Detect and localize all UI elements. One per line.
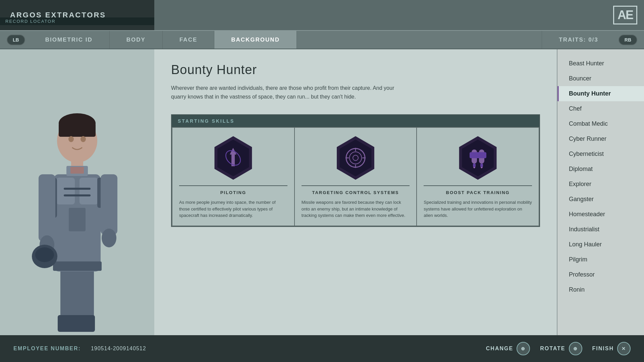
svg-point-31: [353, 155, 358, 161]
list-item[interactable]: Gangster: [557, 192, 644, 207]
skill-divider-2: [302, 185, 410, 186]
svg-rect-3: [73, 315, 95, 332]
finish-action[interactable]: FINISH ✕: [592, 342, 631, 355]
targeting-svg: [344, 146, 367, 170]
app-title-block: ARGOS EXTRACTORS: [0, 0, 154, 30]
rotate-label: ROTATE: [540, 346, 565, 352]
bottom-bar: EMPLOYEE NUMBER: 190514-2009140512 CHANG…: [0, 335, 644, 362]
svg-rect-10: [39, 174, 55, 241]
svg-rect-23: [69, 208, 86, 231]
character-svg: [17, 74, 138, 335]
list-item[interactable]: Combat Medic: [557, 116, 644, 131]
nav-tabs: LB BIOMETRIC ID BODY FACE BACKGROUND TRA…: [0, 31, 644, 49]
svg-rect-7: [53, 261, 102, 271]
list-item[interactable]: Bouncer: [557, 71, 644, 86]
skill-desc-boost: Specialized training and innovations in …: [424, 199, 532, 219]
svg-point-21: [80, 136, 86, 142]
svg-rect-38: [470, 152, 486, 158]
change-action[interactable]: CHANGE ⊕: [486, 342, 530, 355]
list-item[interactable]: Industrialist: [557, 222, 644, 237]
svg-rect-11: [101, 174, 117, 235]
list-item[interactable]: Diplomat: [557, 162, 644, 177]
svg-point-29: [346, 148, 365, 167]
lb-button[interactable]: LB: [7, 35, 25, 45]
record-locator: RECORD LOCATOR: [0, 17, 154, 25]
list-item[interactable]: Beast Hunter: [557, 56, 644, 71]
finish-label: FINISH: [592, 346, 614, 352]
svg-rect-40: [480, 164, 483, 167]
skill-card-piloting: PILOTING As more people journey into spa…: [172, 128, 294, 226]
skill-name-piloting: PILOTING: [220, 190, 246, 195]
skills-section: STARTING SKILLS: [171, 114, 540, 227]
background-description: Wherever there are wanted individuals, t…: [171, 84, 399, 101]
skill-card-targeting: TARGETING CONTROL SYSTEMS Missile weapon…: [295, 128, 417, 226]
skill-icon-targeting: [332, 134, 379, 181]
tab-traits[interactable]: TRAITS: 0/3: [542, 31, 615, 49]
list-item[interactable]: Cyber Runner: [557, 131, 644, 146]
svg-rect-25: [64, 194, 91, 196]
skill-divider: [179, 185, 287, 186]
employee-label: EMPLOYEE NUMBER:: [13, 346, 81, 352]
skill-name-targeting: TARGETING CONTROL SYSTEMS: [312, 190, 399, 195]
svg-rect-39: [473, 164, 476, 167]
list-item[interactable]: Bounty Hunter: [557, 86, 644, 101]
rb-button[interactable]: RB: [619, 35, 637, 45]
list-item[interactable]: Pilgrim: [557, 252, 644, 267]
svg-point-20: [68, 136, 74, 142]
svg-point-15: [35, 247, 54, 262]
character-panel: [0, 49, 154, 335]
piloting-svg: [221, 146, 245, 170]
svg-point-28: [231, 156, 235, 160]
skill-desc-targeting: Missile weapons are favored because they…: [302, 199, 410, 219]
list-item[interactable]: Ronin: [557, 282, 644, 297]
skill-name-boost: BOOST PACK TRAINING: [446, 190, 510, 195]
svg-rect-5: [56, 178, 75, 204]
finish-button[interactable]: ✕: [617, 342, 631, 355]
skills-header: STARTING SKILLS: [172, 115, 539, 127]
list-item[interactable]: Chef: [557, 101, 644, 116]
skill-desc-piloting: As more people journey into space, the n…: [179, 199, 287, 219]
svg-point-30: [350, 152, 362, 164]
rotate-action[interactable]: ROTATE ⊕: [540, 342, 582, 355]
rotate-button[interactable]: ⊕: [569, 342, 582, 355]
main-content: Bounty Hunter Wherever there are wanted …: [0, 49, 644, 335]
change-label: CHANGE: [486, 346, 513, 352]
background-list-panel[interactable]: Beast HunterBouncerBounty HunterChefComb…: [557, 49, 644, 335]
tab-biometric-id[interactable]: BIOMETRIC ID: [29, 31, 110, 49]
tab-body[interactable]: BODY: [110, 31, 163, 49]
svg-point-13: [102, 229, 116, 247]
ae-logo: AE: [613, 6, 637, 24]
tab-background[interactable]: BACKGROUND: [214, 31, 297, 49]
svg-rect-24: [64, 188, 91, 190]
employee-number: 190514-2009140512: [91, 346, 146, 352]
skill-divider-3: [424, 185, 532, 186]
bottom-actions: CHANGE ⊕ ROTATE ⊕ FINISH ✕: [486, 342, 631, 355]
list-item[interactable]: Explorer: [557, 177, 644, 192]
skills-grid: PILOTING As more people journey into spa…: [172, 127, 539, 226]
background-title: Bounty Hunter: [171, 63, 540, 77]
skill-icon-piloting: [210, 134, 257, 181]
tab-face[interactable]: FACE: [163, 31, 214, 49]
skill-icon-boost: [454, 134, 501, 181]
top-bar: ARGOS EXTRACTORS AE: [0, 0, 644, 30]
svg-rect-19: [59, 123, 96, 137]
svg-rect-6: [79, 178, 98, 204]
logo-block: AE: [613, 0, 644, 30]
svg-rect-26: [70, 167, 84, 174]
info-panel: Bounty Hunter Wherever there are wanted …: [154, 49, 557, 335]
skill-card-boost: BOOST PACK TRAINING Specialized training…: [417, 128, 539, 226]
list-item[interactable]: Cyberneticist: [557, 146, 644, 162]
character-visual: [17, 74, 138, 335]
change-button[interactable]: ⊕: [517, 342, 530, 355]
boost-svg: [466, 146, 490, 170]
list-item[interactable]: Professor: [557, 267, 644, 282]
list-item[interactable]: Long Hauler: [557, 237, 644, 252]
list-item[interactable]: Homesteader: [557, 207, 644, 222]
